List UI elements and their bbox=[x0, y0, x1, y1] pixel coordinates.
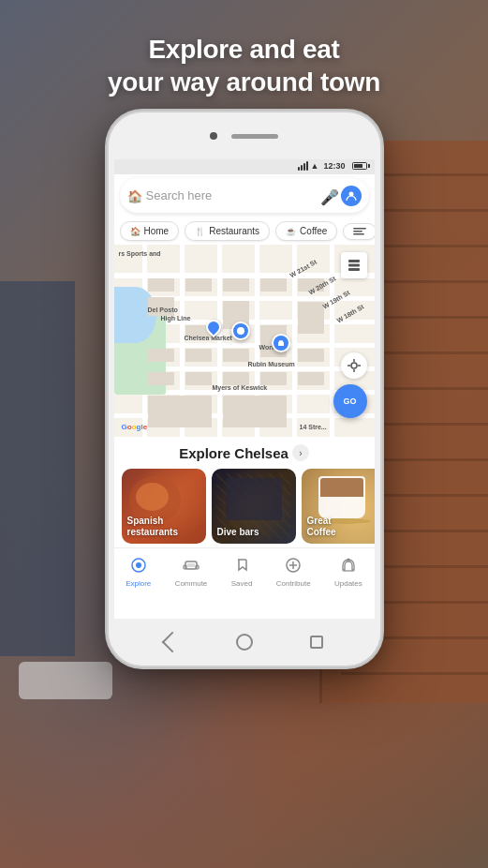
svg-rect-7 bbox=[348, 264, 360, 267]
search-bar[interactable]: 🏠 Search here 🎤 bbox=[120, 178, 369, 214]
explore-arrow[interactable]: › bbox=[292, 444, 309, 461]
explore-section: Explore Chelsea › Spanishrestaurants bbox=[114, 437, 375, 547]
go-button[interactable]: GO bbox=[333, 384, 367, 418]
building-13 bbox=[148, 349, 174, 362]
phone-home-button[interactable] bbox=[236, 634, 253, 651]
building-3 bbox=[185, 278, 212, 292]
status-bar-icons: ▲ 12:30 bbox=[298, 161, 367, 171]
phone-recents-button[interactable] bbox=[310, 636, 323, 649]
filter-chips: 🏠 Home 🍴 Restaurants ☕ Coffee bbox=[114, 217, 375, 245]
building-12 bbox=[298, 302, 324, 334]
contribute-nav-label: Contribute bbox=[276, 579, 311, 588]
explore-nav-label: Explore bbox=[126, 579, 151, 588]
building-5 bbox=[223, 278, 249, 292]
chip-home[interactable]: 🏠 Home bbox=[120, 221, 180, 241]
nav-item-explore[interactable]: Explore bbox=[118, 553, 158, 591]
headline-line1: Explore and eat bbox=[148, 35, 339, 64]
home-icon: 🏠 bbox=[127, 189, 140, 202]
phone-body: ▲ 12:30 🏠 Search here 🎤 bbox=[109, 112, 380, 666]
chip-restaurants[interactable]: 🍴 Restaurants bbox=[185, 221, 270, 241]
chip-home-label: Home bbox=[144, 226, 170, 236]
svg-rect-5 bbox=[279, 341, 283, 343]
my-location-button[interactable] bbox=[341, 352, 367, 379]
building-15 bbox=[185, 372, 212, 385]
updates-nav-icon bbox=[340, 557, 357, 577]
map-label-14th: 14 Stre... bbox=[300, 424, 327, 430]
building-19 bbox=[298, 372, 324, 385]
phone-camera bbox=[210, 132, 217, 140]
nav-item-contribute[interactable]: Contribute bbox=[269, 553, 318, 591]
nav-item-commute[interactable]: Commute bbox=[168, 553, 215, 591]
explore-card-spanish[interactable]: Spanishrestaurants bbox=[122, 469, 206, 544]
phone-back-button[interactable] bbox=[162, 632, 184, 653]
building-17 bbox=[260, 372, 287, 385]
nav-item-saved[interactable]: Saved bbox=[224, 553, 260, 591]
headline-line2: your way around town bbox=[108, 67, 380, 97]
phone-speaker bbox=[231, 134, 278, 139]
home-chip-icon: 🏠 bbox=[130, 227, 140, 236]
explore-card-coffee[interactable]: GreatCoffee bbox=[302, 469, 375, 544]
svg-point-9 bbox=[351, 363, 357, 368]
status-bar: ▲ 12:30 bbox=[114, 157, 375, 174]
map-label-delposto: Del Posto bbox=[148, 307, 178, 313]
time-display: 12:30 bbox=[323, 161, 345, 171]
nav-item-updates[interactable]: Updates bbox=[327, 553, 370, 591]
restaurants-chip-icon: 🍴 bbox=[195, 227, 205, 236]
more-icon bbox=[353, 228, 366, 235]
svg-rect-8 bbox=[348, 268, 360, 271]
bg-car bbox=[19, 662, 112, 699]
building-16 bbox=[223, 372, 249, 385]
svg-rect-23 bbox=[343, 570, 354, 572]
chip-coffee-label: Coffee bbox=[300, 226, 327, 236]
chip-restaurants-label: Restaurants bbox=[209, 226, 259, 236]
svg-rect-3 bbox=[353, 233, 364, 235]
map-area[interactable]: rs Sports and Del Posto Chelsea Market H… bbox=[114, 245, 375, 437]
wifi-icon: ▲ bbox=[311, 161, 319, 171]
svg-rect-17 bbox=[187, 563, 195, 567]
building-18 bbox=[298, 349, 324, 362]
chip-more[interactable] bbox=[343, 223, 374, 240]
svg-point-24 bbox=[347, 559, 349, 561]
search-placeholder[interactable]: Search here bbox=[146, 188, 315, 202]
building-10 bbox=[223, 349, 249, 362]
saved-nav-label: Saved bbox=[231, 579, 253, 588]
battery-icon bbox=[352, 162, 367, 170]
explore-card-divebars[interactable]: Dive bars bbox=[212, 469, 296, 544]
user-avatar[interactable] bbox=[341, 186, 362, 206]
headline-text: Explore and eat your way around town bbox=[0, 33, 488, 98]
building-21 bbox=[223, 396, 287, 427]
building-1 bbox=[148, 278, 174, 292]
google-logo: Google bbox=[122, 423, 148, 431]
work-pin bbox=[272, 334, 290, 352]
map-label-chelsea: Chelsea Market bbox=[185, 335, 232, 341]
map-label-top: rs Sports and bbox=[119, 250, 161, 257]
explore-cards: Spanishrestaurants Dive bars bbox=[114, 469, 375, 544]
svg-rect-6 bbox=[348, 260, 360, 262]
divebar-decoration bbox=[226, 478, 282, 520]
contribute-nav-icon bbox=[285, 557, 302, 577]
building-9 bbox=[185, 349, 212, 362]
phone-bottom-bar bbox=[109, 619, 380, 666]
building-14 bbox=[148, 372, 174, 385]
map-layers-button[interactable] bbox=[341, 252, 367, 278]
svg-point-15 bbox=[136, 562, 141, 568]
svg-rect-2 bbox=[353, 231, 362, 232]
card-divebars-label: Dive bars bbox=[217, 527, 259, 538]
building-20 bbox=[148, 396, 212, 427]
updates-nav-label: Updates bbox=[334, 579, 362, 588]
saved-nav-icon bbox=[233, 557, 250, 577]
headline: Explore and eat your way around town bbox=[0, 33, 488, 98]
building-7 bbox=[260, 278, 287, 292]
phone-screen: ▲ 12:30 🏠 Search here 🎤 bbox=[114, 157, 375, 621]
map-label-highline: High Line bbox=[161, 315, 191, 322]
user-location-pin bbox=[231, 322, 250, 340]
explore-nav-icon bbox=[130, 557, 147, 577]
explore-header: Explore Chelsea › bbox=[114, 444, 375, 461]
phone-wrapper: ▲ 12:30 🏠 Search here 🎤 bbox=[109, 112, 380, 666]
microphone-icon[interactable]: 🎤 bbox=[320, 188, 335, 203]
map-label-rubin: Rubin Museum bbox=[248, 361, 295, 367]
card-coffee-label: GreatCoffee bbox=[307, 516, 336, 538]
chip-coffee[interactable]: ☕ Coffee bbox=[275, 221, 337, 241]
svg-rect-1 bbox=[353, 228, 366, 230]
commute-nav-icon bbox=[183, 557, 200, 577]
